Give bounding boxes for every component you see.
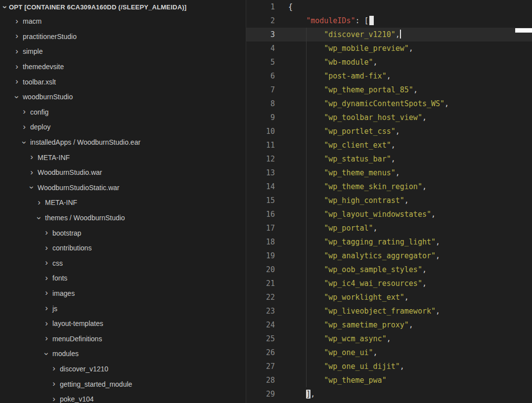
code-line-26[interactable]: 26 "wp_one_ui", (246, 346, 532, 360)
tree-item-woodburnstudio[interactable]: ›woodburnStudio (0, 89, 246, 105)
text-cursor (400, 30, 401, 39)
chevron-right-icon: › (43, 243, 50, 252)
code-line-27[interactable]: 27 "wp_one_ui_dijit", (246, 360, 532, 373)
code-text: "wp_client_ext", (275, 138, 396, 152)
explorer-section-header[interactable]: › OPT [CONTAINER 6CA309A160DD (/SLEEPY_A… (0, 0, 246, 14)
token-str: "wp_high_contrast" (324, 196, 404, 205)
chevron-down-icon: › (13, 93, 21, 101)
code-line-28[interactable]: 28 "wp_theme_pwa" (246, 373, 532, 387)
line-number: 16 (246, 207, 275, 221)
chevron-right-icon: › (43, 274, 50, 282)
token-str: "wp_oob_sample_styles" (324, 265, 422, 274)
code-line-6[interactable]: 6 "post-amd-fix", (246, 69, 532, 83)
line-number: 6 (246, 69, 275, 83)
line-number: 9 (246, 111, 275, 124)
code-text: "wp_liveobject_framework", (275, 304, 440, 318)
code-text: "wp_toolbar_host_view", (275, 111, 427, 124)
tree-item-js[interactable]: ›js (0, 301, 246, 316)
tree-item-toolbar-xslt[interactable]: ›toolbar.xslt (0, 74, 246, 89)
tree-item-meta-inf[interactable]: ›META-INF (0, 195, 246, 210)
token-str: "wp_theme_pwa" (324, 376, 386, 385)
indent-guide (306, 28, 307, 387)
code-line-5[interactable]: 5 "wb-module", (246, 55, 532, 69)
code-line-22[interactable]: 22 "wp_worklight_ext", (246, 290, 532, 304)
tree-item-woodburnstudiostatic-war[interactable]: ›WoodburnStudioStatic.war (0, 180, 246, 196)
token-bracket: ] (306, 390, 310, 399)
token-str: "wp_one_ui_dijit" (324, 362, 400, 371)
line-number: 27 (246, 360, 275, 373)
tree-item-discover-v1210[interactable]: ›discover_v1210 (0, 362, 246, 377)
code-text: "wp_oob_sample_styles", (275, 263, 427, 277)
code-line-1[interactable]: 1{ (246, 0, 532, 14)
line-number: 13 (246, 166, 275, 180)
code-text: "wp_theme_skin_region", (275, 180, 427, 194)
code-line-25[interactable]: 25 "wp_wcm_async", (246, 332, 532, 346)
tree-item-layout-templates[interactable]: ›layout-templates (0, 316, 246, 331)
code-line-18[interactable]: 18 "wp_tagging_rating_light", (246, 235, 532, 249)
token-punct: , (436, 307, 440, 316)
code-line-4[interactable]: 4 "wp_mobile_preview", (246, 41, 532, 55)
code-line-7[interactable]: 7 "wp_theme_portal_85", (246, 83, 532, 97)
tree-item-themedevsite[interactable]: ›themedevsite (0, 59, 246, 75)
code-line-19[interactable]: 19 "wp_analytics_aggregator", (246, 249, 532, 263)
tree-item-woodburnstudio-war[interactable]: ›WoodburnStudio.war (0, 165, 246, 180)
tree-item-label: themes / WoodburnStudio (45, 214, 125, 222)
chevron-right-icon: › (28, 153, 36, 161)
token-str: "wp_portal" (324, 224, 373, 233)
code-line-24[interactable]: 24 "wp_sametime_proxy", (246, 318, 532, 332)
tree-item-themes-woodburnstudio[interactable]: ›themes / WoodburnStudio (0, 210, 246, 226)
token-str: "wp_dynamicContentSpots_WS" (324, 99, 444, 108)
line-number: 25 (246, 332, 275, 346)
code-line-12[interactable]: 12 "wp_status_bar", (246, 152, 532, 166)
code-line-16[interactable]: 16 "wp_layout_windowstates", (246, 207, 532, 221)
editor-pane: 1{2 "moduleIDs": [3 "discover_v1210",4 "… (246, 0, 532, 403)
code-line-21[interactable]: 21 "wp_ic4_wai_resources", (246, 277, 532, 290)
tree-item-contributions[interactable]: ›contributions (0, 241, 246, 256)
token-key: "moduleIDs" (306, 16, 355, 25)
token-punct: [ (364, 16, 369, 25)
chevron-down-icon: › (20, 138, 29, 146)
code-line-8[interactable]: 8 "wp_dynamicContentSpots_WS", (246, 97, 532, 111)
tree-item-poke-v104[interactable]: ›poke_v104 (0, 392, 246, 403)
tree-item-label: WoodburnStudio.war (38, 168, 102, 176)
tree-item-label: images (52, 289, 75, 297)
code-line-11[interactable]: 11 "wp_client_ext", (246, 138, 532, 152)
code-line-14[interactable]: 14 "wp_theme_skin_region", (246, 180, 532, 194)
code-line-10[interactable]: 10 "wp_portlet_css", (246, 124, 532, 138)
tree-item-meta-inf[interactable]: ›META-INF (0, 150, 246, 165)
tree-item-macm[interactable]: ›macm (0, 14, 246, 29)
code-line-15[interactable]: 15 "wp_high_contrast", (246, 194, 532, 207)
tree-item-images[interactable]: ›images (0, 286, 246, 301)
token-punct: , (373, 224, 378, 233)
tree-item-modules[interactable]: ›modules (0, 346, 246, 362)
code-line-2[interactable]: 2 "moduleIDs": [ (246, 14, 532, 28)
line-number: 28 (246, 373, 275, 387)
line-number: 1 (246, 0, 275, 14)
tree-item-bootstrap[interactable]: ›bootstrap (0, 225, 246, 241)
token-punct: , (409, 44, 413, 53)
code-line-13[interactable]: 13 "wp_theme_menus", (246, 166, 532, 180)
tree-item-config[interactable]: ›config (0, 105, 246, 120)
tree-item-practitionerstudio[interactable]: ›practitionerStudio (0, 29, 246, 44)
code-line-17[interactable]: 17 "wp_portal", (246, 221, 532, 235)
token-str: "post-amd-fix" (324, 72, 386, 81)
code-line-29[interactable]: 29 ], (246, 387, 532, 401)
tree-item-fonts[interactable]: ›fonts (0, 271, 246, 286)
line-number: 3 (246, 28, 275, 41)
code-line-23[interactable]: 23 "wp_liveobject_framework", (246, 304, 532, 318)
code-line-20[interactable]: 20 "wp_oob_sample_styles", (246, 263, 532, 277)
tree-item-label: modules (52, 350, 79, 358)
line-number: 11 (246, 138, 275, 152)
explorer-section-title: OPT [CONTAINER 6CA309A160DD (/SLEEPY_ALM… (9, 3, 186, 11)
code-line-9[interactable]: 9 "wp_toolbar_host_view", (246, 111, 532, 124)
code-text: "wp_dynamicContentSpots_WS", (275, 97, 449, 111)
token-str: "discover_v1210" (324, 30, 396, 39)
tree-item-css[interactable]: ›css (0, 256, 246, 271)
token-punct: , (409, 321, 413, 329)
tree-item-simple[interactable]: ›simple (0, 44, 246, 59)
code-line-3[interactable]: 3 "discover_v1210", (246, 28, 532, 41)
tree-item-menudefinitions[interactable]: ›menuDefinitions (0, 331, 246, 346)
tree-item-deploy[interactable]: ›deploy (0, 120, 246, 135)
tree-item-getting-started-module[interactable]: ›getting_started_module (0, 376, 246, 392)
tree-item-installedapps-woodburnstudio-ear[interactable]: ›installedApps / WoodburnStudio.ear (0, 135, 246, 150)
